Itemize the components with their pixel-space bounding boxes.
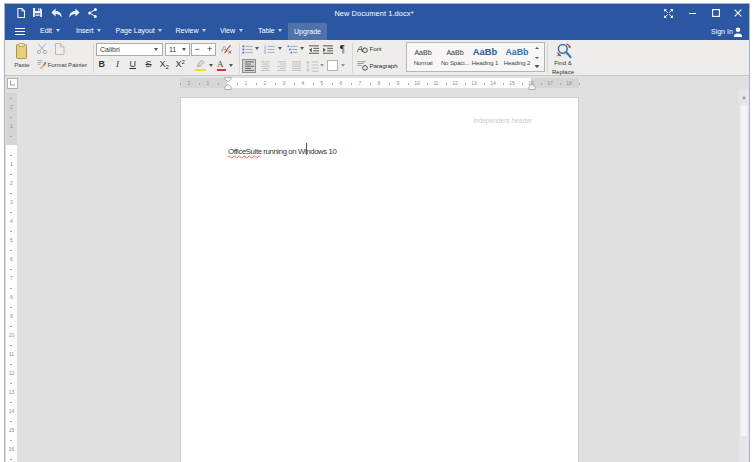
svg-text:A: A [357, 44, 363, 54]
svg-text:3: 3 [264, 50, 266, 53]
